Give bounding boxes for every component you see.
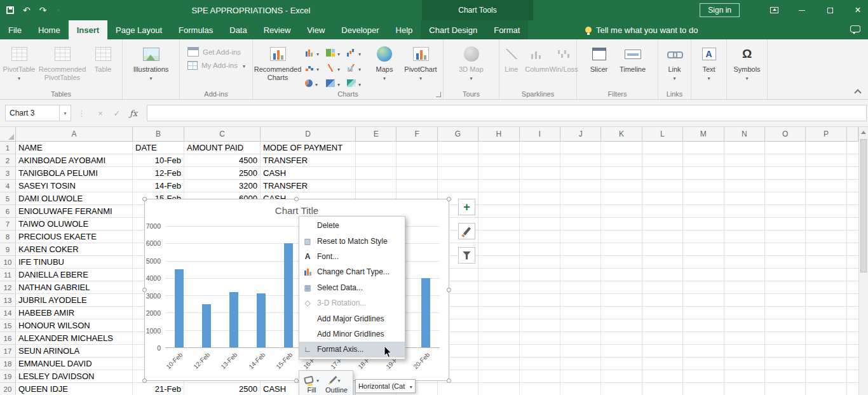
cell-name[interactable]: HONOUR WILSON — [16, 319, 133, 332]
column-header[interactable]: J — [560, 127, 601, 142]
cell-empty[interactable] — [601, 383, 642, 395]
cell-empty[interactable] — [724, 345, 765, 358]
cell-empty[interactable] — [520, 345, 560, 358]
ribbon-tab[interactable]: Formulas — [170, 20, 221, 39]
cell-empty[interactable] — [520, 319, 560, 332]
redo-icon[interactable]: ↷ — [39, 6, 47, 15]
cell-amount[interactable]: 2500 — [184, 167, 261, 180]
charts-dialog-launcher-icon[interactable] — [436, 92, 441, 97]
cell-empty[interactable] — [806, 167, 846, 180]
cell-empty[interactable] — [806, 256, 846, 269]
cell-empty[interactable] — [601, 180, 642, 192]
save-icon[interactable] — [6, 6, 14, 14]
column-header[interactable]: O — [765, 127, 806, 142]
cell-empty[interactable] — [397, 154, 437, 167]
cell-empty[interactable] — [356, 154, 397, 167]
context-menu-item[interactable]: Font... — [299, 249, 405, 264]
cell-empty[interactable] — [683, 269, 724, 281]
cell-empty[interactable] — [765, 218, 806, 231]
row-header[interactable]: 4 — [0, 180, 16, 192]
cell-empty[interactable] — [642, 205, 683, 218]
cell-empty[interactable] — [560, 370, 601, 383]
cell-empty[interactable] — [642, 319, 683, 332]
cell-empty[interactable] — [765, 281, 806, 294]
column-header[interactable]: P — [806, 127, 846, 142]
cell-empty[interactable] — [724, 307, 765, 319]
cell-date[interactable]: 12-Feb — [133, 167, 184, 180]
ribbon-tab[interactable]: Chart Design — [421, 20, 485, 39]
cell-empty[interactable] — [765, 231, 806, 243]
cell-name[interactable]: NAME — [16, 142, 133, 154]
cell-empty[interactable] — [724, 154, 765, 167]
cell-empty[interactable] — [765, 307, 806, 319]
insert-function-icon[interactable]: ƒx — [125, 109, 142, 118]
cell-empty[interactable] — [847, 370, 858, 383]
cell-empty[interactable] — [642, 281, 683, 294]
cell-empty[interactable] — [642, 154, 683, 167]
cell-date[interactable]: 14-Feb — [133, 180, 184, 192]
cell-empty[interactable] — [847, 154, 858, 167]
cell-empty[interactable] — [683, 180, 724, 192]
row-header[interactable]: 11 — [0, 269, 16, 281]
cell-empty[interactable] — [478, 269, 519, 281]
cell-empty[interactable] — [601, 345, 642, 358]
cell-empty[interactable] — [642, 142, 683, 154]
chart-styles-button[interactable] — [458, 223, 475, 239]
cell-empty[interactable] — [438, 180, 478, 192]
formula-bar-separator[interactable]: ⋮ — [78, 109, 86, 118]
ribbon-tab[interactable]: Insert — [69, 20, 107, 39]
column-header[interactable] — [847, 127, 858, 142]
cell-mode[interactable]: CASH — [261, 167, 356, 180]
cell-empty[interactable] — [765, 345, 806, 358]
cell-empty[interactable] — [683, 332, 724, 345]
row-header[interactable]: 3 — [0, 167, 16, 180]
chart-bar[interactable] — [175, 269, 184, 347]
column-header[interactable]: H — [478, 127, 519, 142]
cell-empty[interactable] — [765, 256, 806, 269]
cell-empty[interactable] — [520, 243, 560, 256]
cell-empty[interactable] — [520, 370, 560, 383]
cell-empty[interactable] — [642, 269, 683, 281]
cell-empty[interactable] — [520, 307, 560, 319]
cell-date[interactable]: DATE — [133, 142, 184, 154]
cell-name[interactable]: PRECIOUS EKAETE — [16, 231, 133, 243]
cell-empty[interactable] — [642, 167, 683, 180]
cell-name[interactable]: TAIWO OLUWOLE — [16, 218, 133, 231]
chart-bar[interactable] — [202, 304, 211, 347]
cell-empty[interactable] — [520, 269, 560, 281]
cell-empty[interactable] — [520, 231, 560, 243]
context-menu-item[interactable]: Reset to Match Style — [299, 233, 405, 248]
chart-bar[interactable] — [229, 292, 238, 347]
cell-empty[interactable] — [520, 281, 560, 294]
cell-empty[interactable] — [724, 281, 765, 294]
cell-empty[interactable] — [683, 383, 724, 395]
cell-empty[interactable] — [847, 142, 858, 154]
cell-empty[interactable] — [520, 192, 560, 205]
collapse-ribbon-icon[interactable] — [854, 89, 861, 96]
cell-empty[interactable] — [806, 154, 846, 167]
row-header[interactable]: 2 — [0, 154, 16, 167]
context-menu-item[interactable]: Change Chart Type... — [299, 264, 405, 279]
cell-empty[interactable] — [560, 180, 601, 192]
cell-empty[interactable] — [520, 383, 560, 395]
cell-empty[interactable] — [642, 370, 683, 383]
cell-empty[interactable] — [356, 167, 397, 180]
cell-empty[interactable] — [683, 218, 724, 231]
cell-empty[interactable] — [560, 243, 601, 256]
chart-type-button[interactable] — [304, 76, 325, 91]
cell-empty[interactable] — [397, 142, 437, 154]
cell-empty[interactable] — [560, 256, 601, 269]
cell-empty[interactable] — [601, 218, 642, 231]
cell-empty[interactable] — [642, 332, 683, 345]
cell-empty[interactable] — [806, 243, 846, 256]
chart-bar[interactable] — [257, 293, 266, 347]
cell-empty[interactable] — [683, 205, 724, 218]
cell-mode[interactable]: MODE OF PAYMENT — [261, 142, 356, 154]
cell-empty[interactable] — [765, 243, 806, 256]
cell-empty[interactable] — [806, 294, 846, 307]
cell-empty[interactable] — [601, 370, 642, 383]
link-button[interactable]: Link — [661, 43, 689, 81]
chart-resize-handle[interactable] — [294, 197, 299, 201]
cell-empty[interactable] — [560, 307, 601, 319]
cell-amount[interactable]: 4500 — [184, 154, 261, 167]
